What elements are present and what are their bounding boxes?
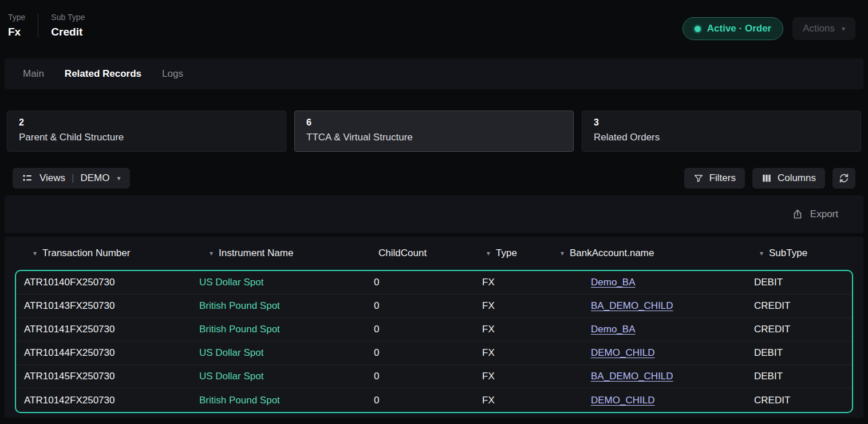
divider bbox=[38, 14, 38, 37]
status-dot-icon bbox=[695, 26, 701, 32]
column-dropdown-icon[interactable]: ▾ bbox=[561, 250, 564, 257]
column-header-label: ChildCount bbox=[378, 248, 427, 259]
cell-child-count: 0 bbox=[374, 277, 482, 288]
actions-label: Actions bbox=[803, 23, 835, 34]
column-dropdown-icon[interactable]: ▾ bbox=[760, 250, 763, 257]
table-body: ATR10140FX250730 US Dollar Spot 0 FX Dem… bbox=[16, 271, 852, 412]
refresh-icon bbox=[838, 172, 850, 184]
divider: | bbox=[72, 172, 74, 184]
cell-type: FX bbox=[482, 395, 591, 406]
table-row[interactable]: ATR10144FX250730 US Dollar Spot 0 FX DEM… bbox=[16, 341, 852, 365]
cell-child-count: 0 bbox=[374, 300, 482, 312]
record-identity: Type Fx Sub Type Credit bbox=[8, 10, 85, 38]
table-tools: Filters Columns bbox=[684, 168, 855, 189]
table-selection-box: ATR10140FX250730 US Dollar Spot 0 FX Dem… bbox=[15, 270, 853, 413]
column-header[interactable]: ▾ SubType bbox=[760, 248, 863, 259]
cell-bank-account-link[interactable]: Demo_BA bbox=[591, 277, 754, 288]
views-current-value: DEMO bbox=[80, 172, 109, 184]
cell-child-count: 0 bbox=[374, 324, 482, 335]
column-header-label: BankAccount.name bbox=[570, 248, 654, 259]
table-row[interactable]: ATR10141FX250730 British Pound Spot 0 FX… bbox=[16, 318, 852, 341]
table-row[interactable]: ATR10140FX250730 US Dollar Spot 0 FX Dem… bbox=[16, 271, 852, 295]
summary-cards: 2 Parent & Child Structure 6 TTCA & Virt… bbox=[7, 111, 861, 152]
filters-button[interactable]: Filters bbox=[684, 168, 745, 189]
column-header[interactable]: ▾ BankAccount.name bbox=[561, 248, 760, 259]
chevron-down-icon: ▾ bbox=[117, 175, 120, 182]
cell-bank-account-link[interactable]: DEMO_CHILD bbox=[591, 347, 754, 359]
subtype-field: Sub Type Credit bbox=[51, 10, 85, 38]
cell-type: FX bbox=[482, 324, 591, 335]
views-selector[interactable]: Views | DEMO ▾ bbox=[13, 168, 130, 189]
top-bar-right: Active · Order Actions ▾ bbox=[682, 10, 855, 40]
tab-main[interactable]: Main bbox=[23, 68, 44, 80]
cell-transaction-number: ATR10141FX250730 bbox=[24, 324, 199, 335]
export-button[interactable]: Export bbox=[792, 209, 838, 220]
status-badge-label: Active · Order bbox=[707, 23, 771, 34]
column-header[interactable]: ▾ Type bbox=[487, 248, 561, 259]
cell-transaction-number: ATR10140FX250730 bbox=[24, 277, 199, 288]
cell-instrument-name-link[interactable]: British Pound Spot bbox=[199, 324, 374, 335]
cell-child-count: 0 bbox=[374, 395, 482, 406]
cell-type: FX bbox=[482, 300, 591, 312]
type-field: Type Fx bbox=[8, 10, 25, 38]
column-header[interactable]: ▾ Transaction Number bbox=[33, 248, 210, 259]
column-dropdown-icon[interactable]: ▾ bbox=[487, 250, 490, 257]
cell-type: FX bbox=[482, 371, 591, 382]
export-icon bbox=[792, 209, 803, 220]
card-label: TTCA & Virtual Structure bbox=[306, 132, 562, 143]
subtype-value: Credit bbox=[51, 26, 85, 38]
cell-instrument-name-link[interactable]: US Dollar Spot bbox=[199, 347, 374, 359]
columns-button[interactable]: Columns bbox=[752, 168, 825, 189]
card-label: Parent & Child Structure bbox=[19, 132, 274, 143]
cell-sub-type: DEBIT bbox=[754, 371, 852, 382]
top-bar: Type Fx Sub Type Credit Active · Order A… bbox=[0, 0, 868, 58]
filters-label: Filters bbox=[709, 172, 736, 184]
card-count: 6 bbox=[306, 117, 562, 128]
status-badge[interactable]: Active · Order bbox=[682, 17, 783, 40]
column-dropdown-icon[interactable]: ▾ bbox=[210, 250, 213, 257]
column-header[interactable]: ▾ ChildCount bbox=[369, 248, 487, 259]
table-row[interactable]: ATR10145FX250730 US Dollar Spot 0 FX BA_… bbox=[16, 365, 852, 388]
table-row[interactable]: ATR10143FX250730 British Pound Spot 0 FX… bbox=[16, 295, 852, 318]
column-header-label: Instrument Name bbox=[219, 248, 293, 259]
cell-bank-account-link[interactable]: BA_DEMO_CHILD bbox=[591, 300, 754, 312]
cell-bank-account-link[interactable]: DEMO_CHILD bbox=[591, 395, 754, 406]
tab-logs[interactable]: Logs bbox=[162, 68, 183, 80]
card-label: Related Orders bbox=[594, 132, 849, 143]
card-ttca-virtual-structure[interactable]: 6 TTCA & Virtual Structure bbox=[294, 111, 574, 152]
actions-button[interactable]: Actions ▾ bbox=[792, 17, 855, 40]
type-label: Type bbox=[8, 13, 25, 22]
cell-sub-type: CREDIT bbox=[754, 300, 852, 312]
views-label: Views bbox=[40, 172, 65, 184]
cell-type: FX bbox=[482, 347, 591, 359]
columns-label: Columns bbox=[778, 172, 816, 184]
cell-instrument-name-link[interactable]: US Dollar Spot bbox=[199, 371, 374, 382]
records-table: ▾ Transaction Number ▾ Instrument Name ▾… bbox=[5, 237, 863, 418]
refresh-button[interactable] bbox=[833, 168, 855, 189]
cell-bank-account-link[interactable]: BA_DEMO_CHILD bbox=[591, 371, 754, 382]
card-parent-child-structure[interactable]: 2 Parent & Child Structure bbox=[7, 111, 286, 152]
card-count: 2 bbox=[19, 117, 274, 128]
chevron-down-icon: ▾ bbox=[842, 25, 845, 32]
cell-transaction-number: ATR10143FX250730 bbox=[24, 300, 199, 312]
subtype-label: Sub Type bbox=[51, 13, 85, 22]
cell-type: FX bbox=[482, 277, 591, 288]
card-related-orders[interactable]: 3 Related Orders bbox=[582, 111, 861, 152]
table-row[interactable]: ATR10142FX250730 British Pound Spot 0 FX… bbox=[16, 388, 852, 412]
cell-bank-account-link[interactable]: Demo_BA bbox=[591, 324, 754, 335]
tab-related-records[interactable]: Related Records bbox=[65, 68, 141, 80]
cell-sub-type: CREDIT bbox=[754, 324, 852, 335]
column-header[interactable]: ▾ Instrument Name bbox=[210, 248, 369, 259]
cell-child-count: 0 bbox=[374, 347, 482, 359]
card-count: 3 bbox=[594, 117, 849, 128]
export-label: Export bbox=[810, 209, 838, 220]
cell-transaction-number: ATR10142FX250730 bbox=[24, 395, 199, 406]
cell-sub-type: DEBIT bbox=[754, 277, 852, 288]
cell-instrument-name-link[interactable]: US Dollar Spot bbox=[199, 277, 374, 288]
cell-instrument-name-link[interactable]: British Pound Spot bbox=[199, 395, 374, 406]
column-dropdown-icon[interactable]: ▾ bbox=[33, 250, 37, 257]
cell-instrument-name-link[interactable]: British Pound Spot bbox=[199, 300, 374, 312]
type-value: Fx bbox=[8, 26, 25, 38]
export-panel: Export bbox=[5, 195, 863, 233]
views-toolbar: Views | DEMO ▾ Filters Columns bbox=[13, 168, 855, 189]
